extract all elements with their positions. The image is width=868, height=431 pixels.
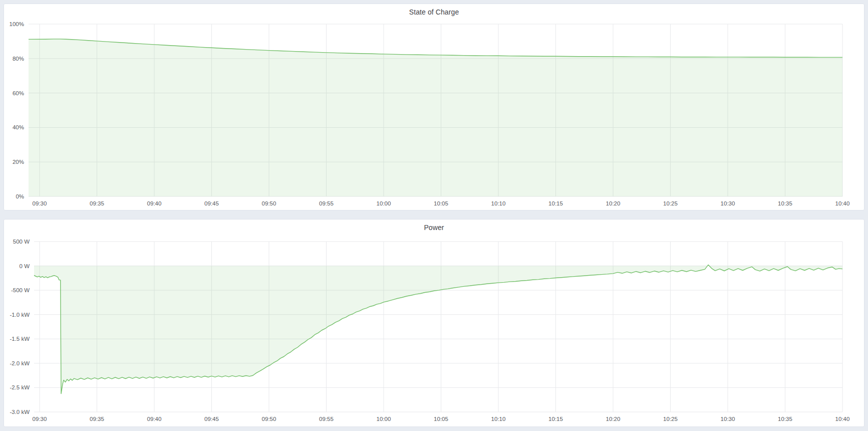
series-area [34, 265, 842, 393]
x-axis-tick-label: 10:30 [721, 416, 735, 422]
x-axis-tick-label: 10:15 [548, 416, 563, 422]
x-axis-tick-label: 10:05 [434, 416, 448, 422]
power-chart-canvas[interactable]: 09:3009:3509:4009:4509:5009:5510:0010:05… [4, 220, 864, 426]
x-axis-tick-label: 09:55 [319, 200, 334, 206]
x-axis-tick-label: 10:10 [491, 416, 506, 422]
x-axis-tick-label: 10:30 [721, 200, 735, 206]
y-axis-tick-label: 60% [13, 90, 24, 96]
x-axis-tick-label: 09:45 [204, 416, 219, 422]
x-axis-tick-label: 10:40 [835, 416, 850, 422]
x-axis-tick-label: 10:15 [548, 200, 563, 206]
x-axis-tick-label: 09:30 [33, 416, 47, 422]
power-panel-title[interactable]: Power [4, 223, 864, 232]
x-axis-tick-label: 10:00 [377, 416, 391, 422]
y-axis-tick-label: 100% [10, 21, 24, 27]
state-of-charge-chart-canvas[interactable]: 09:3009:3509:4009:4509:5009:5510:0010:05… [4, 4, 864, 210]
y-axis-tick-label: -500 W [11, 287, 30, 293]
y-axis-tick-label: -2.5 kW [10, 384, 30, 390]
x-axis-tick-label: 09:45 [204, 200, 219, 206]
state-of-charge-panel: State of Charge 09:3009:3509:4009:4509:5… [4, 4, 864, 210]
x-axis-tick-label: 10:25 [663, 416, 678, 422]
x-axis-tick-label: 09:50 [262, 200, 276, 206]
x-axis-tick-label: 09:55 [319, 416, 334, 422]
x-axis-tick-label: 10:20 [606, 200, 621, 206]
x-axis-tick-label: 09:40 [147, 416, 162, 422]
x-axis-tick-label: 09:50 [262, 416, 276, 422]
x-axis-tick-label: 09:40 [147, 200, 162, 206]
x-axis-tick-label: 10:00 [377, 200, 391, 206]
y-axis-tick-label: -2.0 kW [10, 360, 30, 366]
x-axis-tick-label: 09:35 [90, 416, 104, 422]
y-axis-tick-label: 20% [13, 159, 24, 165]
x-axis-tick-label: 09:30 [33, 200, 47, 206]
series-area [29, 39, 842, 196]
y-axis-tick-label: -3.0 kW [10, 409, 30, 415]
x-axis-tick-label: 10:10 [491, 200, 506, 206]
state-of-charge-panel-title[interactable]: State of Charge [4, 8, 864, 17]
y-axis-tick-label: -1.5 kW [10, 336, 30, 342]
power-panel: Power 09:3009:3509:4009:4509:5009:5510:0… [4, 219, 864, 427]
x-axis-tick-label: 10:35 [778, 200, 792, 206]
y-axis-tick-label: 40% [13, 124, 24, 130]
y-axis-tick-label: 0% [16, 193, 24, 199]
y-axis-tick-label: 500 W [13, 239, 30, 245]
y-axis-tick-label: 0 W [20, 263, 30, 269]
x-axis-tick-label: 09:35 [90, 200, 104, 206]
x-axis-tick-label: 10:05 [434, 200, 448, 206]
x-axis-tick-label: 10:25 [663, 200, 678, 206]
y-axis-tick-label: -1.0 kW [10, 312, 30, 318]
y-axis-tick-label: 80% [13, 56, 24, 62]
x-axis-tick-label: 10:40 [835, 200, 850, 206]
x-axis-tick-label: 10:35 [778, 416, 792, 422]
x-axis-tick-label: 10:20 [606, 416, 621, 422]
